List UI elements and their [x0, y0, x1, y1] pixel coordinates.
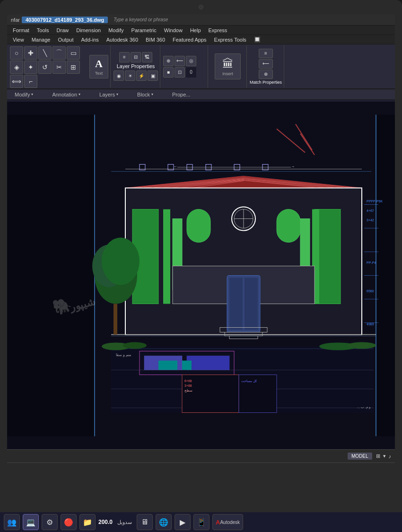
ribbon-icon-dim5[interactable]: ⊡ [175, 67, 185, 78]
svg-rect-40 [187, 209, 210, 243]
tab-layers[interactable]: Layers ▾ [96, 91, 122, 98]
menu-view[interactable]: View [9, 36, 28, 44]
svg-text:3+88: 3+88 [184, 384, 192, 387]
taskbar-browser[interactable]: 🌐 [156, 514, 172, 530]
menu-manage[interactable]: Manage [28, 36, 54, 44]
ribbon-icon-dim4[interactable]: ■ [163, 67, 174, 78]
ribbon-icon-circle[interactable]: ○ [10, 46, 23, 60]
menu-express-tools[interactable]: Express Tools [210, 36, 250, 44]
layer-properties-label[interactable]: Layer Properties [117, 63, 155, 70]
taskbar-media[interactable]: 🔴 [61, 514, 77, 530]
ribbon-icon-dim2[interactable]: ⟵ [175, 56, 185, 66]
status-bar: MODEL ⊞ ▾ ♪ [7, 449, 395, 475]
model-tab[interactable]: MODEL [348, 453, 372, 460]
status-icons: ⊞ ▾ ♪ [376, 453, 392, 459]
tab-modify[interactable]: Modify ▾ [11, 91, 37, 98]
menu-extra[interactable]: 🔲 [250, 35, 264, 44]
svg-text:PPPP-P6K: PPPP-P6K [367, 200, 383, 203]
menu-featured-apps[interactable]: Featured Apps [169, 36, 210, 44]
search-placeholder[interactable]: Type a keyword or phrase [114, 17, 168, 22]
svg-rect-72 [187, 356, 229, 370]
taskbar-users[interactable]: 👥 [4, 514, 20, 530]
ribbon-icon-layer1[interactable]: ◉ [114, 70, 124, 81]
ribbon-icon-layer4[interactable]: ▣ [148, 70, 158, 81]
menu-express[interactable]: Express [205, 26, 231, 34]
menu-modify[interactable]: Modify [105, 26, 127, 34]
menu-tools[interactable]: Tools [33, 26, 53, 34]
menu-draw[interactable]: Draw [53, 26, 73, 34]
ribbon-icon-eraser[interactable]: ◈ [10, 61, 23, 74]
svg-text:4989: 4989 [367, 323, 374, 326]
status-icon-2: ▾ [383, 453, 386, 459]
drawing-area[interactable]: PPPP-P6K 4+67 3+42 PP-P4 6580 4989 ←————… [7, 102, 395, 449]
taskbar-phone[interactable]: 📱 [193, 514, 210, 530]
svg-rect-2 [376, 115, 395, 436]
status-bar-top: MODEL ⊞ ▾ ♪ [7, 450, 395, 463]
app-name: nfar [11, 17, 20, 23]
menu-help[interactable]: Help [186, 26, 205, 34]
svg-rect-74 [182, 361, 192, 370]
svg-text:←—————————————————————————————: ←——————————————————————————————→ [174, 165, 295, 169]
menu-bim360[interactable]: BIM 360 [142, 36, 169, 44]
svg-text:منم و سقا: منم و سقا [116, 353, 131, 357]
taskbar-settings[interactable]: ⚙ [42, 514, 58, 530]
insert-button[interactable]: 🏛 Insert [215, 53, 241, 79]
taskbar-text: سدویل [117, 519, 132, 525]
ribbon: ○ ✚ ╲ ⌒ ▭ ◈ ✦ ↺ ✂ ⊞ ⟺ ⌐ A Text [7, 44, 395, 89]
taskbar: 👥 💻 ⚙ 🔴 📁 200.0 سدویل 🖥 🌐 ▶ 📱 A Autodesk [0, 512, 402, 532]
match-icon3[interactable]: ⊕ [259, 70, 273, 79]
ribbon-icon-copy[interactable]: ⊞ [67, 61, 80, 74]
svg-text:6580: 6580 [367, 289, 374, 293]
menu-dimension[interactable]: Dimension [72, 26, 105, 34]
ribbon-icon-rect[interactable]: ▭ [67, 46, 80, 60]
menu-addins[interactable]: Add-ins [77, 36, 102, 44]
ribbon-icon-fillet[interactable]: ⌐ [24, 75, 37, 88]
tab-properties[interactable]: Prope... [168, 91, 194, 98]
svg-point-90 [348, 342, 376, 349]
taskbar-screen[interactable]: 🖥 [137, 514, 153, 530]
menu-autodesk360[interactable]: Autodesk 360 [103, 36, 142, 44]
ribbon-tabs: Modify ▾ Annotation ▾ Layers ▾ Block ▾ P… [7, 89, 395, 100]
svg-rect-1 [7, 115, 95, 436]
ribbon-icon-dim1[interactable]: ⊕ [163, 56, 174, 66]
ribbon-icon-a2[interactable]: ⊟ [131, 52, 141, 62]
svg-rect-41 [277, 209, 300, 243]
screen: nfar 403007912_d14189_293_36.dwg Type a … [7, 14, 395, 475]
menu-bar-1: Format Tools Draw Dimension Modify Param… [7, 26, 395, 35]
ribbon-icon-trim[interactable]: ✂ [52, 61, 66, 74]
taskbar-folder[interactable]: 📁 [79, 514, 96, 530]
svg-rect-54 [114, 304, 117, 335]
svg-text:... و م. ب: ... و م. ب [357, 405, 370, 409]
ribbon-icon-line[interactable]: ╲ [38, 46, 52, 60]
match-icon2[interactable]: ⟵ [259, 59, 273, 69]
ribbon-icon-0: 0 [186, 67, 196, 78]
svg-rect-31 [163, 209, 170, 304]
tab-annotation[interactable]: Annotation ▾ [48, 91, 84, 98]
menu-window[interactable]: Window [160, 26, 186, 34]
svg-point-53 [102, 238, 140, 285]
ribbon-icon-layer3[interactable]: ⚡ [136, 70, 147, 81]
ribbon-icon-plus[interactable]: ✚ [24, 46, 37, 60]
match-properties-label[interactable]: Match Properties [250, 80, 282, 85]
ribbon-icon-move[interactable]: ✦ [24, 61, 37, 74]
svg-rect-44 [229, 278, 243, 330]
menu-output[interactable]: Output [54, 36, 77, 44]
ribbon-icon-mirror[interactable]: ⟺ [10, 75, 23, 88]
ribbon-icon-dim3[interactable]: ◎ [186, 56, 196, 66]
ribbon-icon-a3[interactable]: 🏗 [142, 52, 152, 62]
ribbon-icon-arc[interactable]: ⌒ [52, 46, 66, 60]
text-button[interactable]: A Text [89, 55, 108, 78]
svg-text:سطح: سطح [184, 389, 192, 392]
menu-format[interactable]: Format [9, 26, 33, 34]
taskbar-play[interactable]: ▶ [175, 514, 191, 530]
taskbar-computer[interactable]: 💻 [23, 514, 39, 530]
ribbon-icon-rotate[interactable]: ↺ [38, 61, 52, 74]
taskbar-autodesk[interactable]: A Autodesk [212, 514, 243, 530]
menu-parametric[interactable]: Parametric [128, 26, 160, 34]
ribbon-icon-a1[interactable]: ≡ [119, 52, 130, 62]
ribbon-icon-layer2[interactable]: ☀ [125, 70, 135, 81]
svg-text:4+67: 4+67 [367, 209, 374, 212]
title-bar-left: nfar 403007912_d14189_293_36.dwg Type a … [11, 17, 391, 23]
match-icon1[interactable]: ≡ [259, 49, 273, 58]
tab-block[interactable]: Block ▾ [133, 91, 157, 98]
